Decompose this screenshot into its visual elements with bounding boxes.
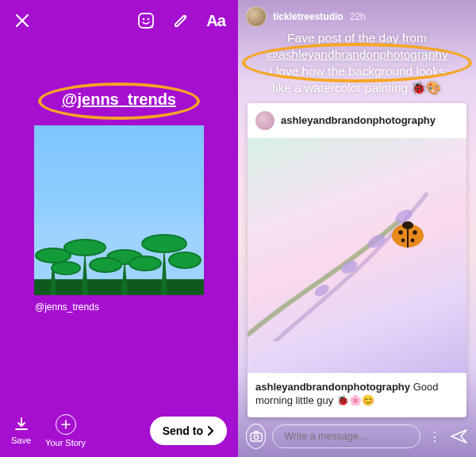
- highlight-ellipse: @jenns_trends: [38, 83, 200, 120]
- editor-tools: Aa: [135, 10, 227, 32]
- svg-point-9: [90, 258, 121, 272]
- svg-point-1: [143, 18, 145, 21]
- download-icon: [13, 417, 29, 432]
- caption-line: I love how the background looks: [251, 63, 463, 80]
- ladybug-icon: [389, 218, 427, 250]
- your-story-button[interactable]: Your Story: [45, 414, 86, 447]
- chevron-right-icon: [206, 426, 214, 436]
- svg-rect-3: [34, 279, 204, 295]
- card-avatar[interactable]: [255, 111, 274, 130]
- editor-bottom-bar: Save Your Story Send to: [0, 414, 238, 447]
- caption-line: like a watercolor painting 🐞🎨: [251, 80, 463, 97]
- svg-point-23: [254, 435, 258, 439]
- shared-post-tile[interactable]: [34, 125, 204, 295]
- svg-point-20: [411, 238, 415, 242]
- card-caption: ashleyandbrandonphotography Good morning…: [248, 373, 466, 417]
- story-header: tickletreestudio 22h: [238, 0, 476, 27]
- svg-point-17: [399, 230, 404, 235]
- message-input[interactable]: [272, 424, 420, 448]
- send-to-button[interactable]: Send to: [150, 417, 227, 445]
- mention-sticker-wrap: @jenns_trends: [0, 83, 238, 120]
- editor-top-bar: Aa: [0, 0, 238, 36]
- card-header: ashleyandbrandonphotography: [248, 103, 466, 138]
- palm-trees-illustration: [34, 224, 204, 295]
- svg-point-11: [169, 252, 201, 268]
- svg-point-2: [148, 18, 150, 21]
- draw-icon[interactable]: [170, 10, 192, 32]
- camera-icon: [250, 431, 263, 442]
- plus-circle-icon: [56, 414, 76, 435]
- svg-rect-0: [139, 13, 153, 28]
- camera-button[interactable]: [246, 424, 266, 449]
- send-icon[interactable]: [451, 425, 468, 447]
- send-to-label: Send to: [163, 424, 203, 437]
- story-editor-screen: Aa @jenns_trends: [0, 0, 238, 457]
- your-story-label: Your Story: [45, 438, 86, 447]
- svg-rect-22: [251, 433, 262, 441]
- sticker-icon[interactable]: [135, 10, 157, 32]
- text-tool[interactable]: Aa: [205, 10, 227, 32]
- story-viewer-screen: tickletreestudio 22h Fave post of the da…: [238, 0, 476, 457]
- svg-point-19: [401, 238, 405, 242]
- shared-post-card[interactable]: ashleyandbrandonphotography: [248, 103, 466, 417]
- story-caption: Fave post of the day from @ashleyandbran…: [238, 27, 476, 97]
- story-username[interactable]: tickletreestudio: [273, 11, 344, 22]
- svg-point-7: [142, 235, 186, 252]
- card-caption-user[interactable]: ashleyandbrandonphotography: [255, 381, 410, 393]
- more-icon[interactable]: ⋮: [427, 425, 444, 447]
- flower-stem: [248, 138, 466, 341]
- story-footer: ⋮: [238, 417, 476, 457]
- svg-point-18: [413, 230, 418, 235]
- svg-point-8: [52, 262, 80, 275]
- close-icon[interactable]: [11, 10, 33, 32]
- tile-source-caption: @jenns_trends: [35, 301, 99, 313]
- svg-point-21: [402, 221, 413, 229]
- card-image: [248, 138, 466, 374]
- save-label: Save: [11, 436, 31, 445]
- svg-point-5: [64, 240, 106, 255]
- story-time: 22h: [350, 11, 366, 22]
- save-button[interactable]: Save: [11, 417, 31, 445]
- svg-point-10: [129, 256, 161, 271]
- mention-sticker[interactable]: @jenns_trends: [62, 90, 176, 108]
- caption-line: Fave post of the day from: [251, 30, 463, 47]
- avatar[interactable]: [246, 6, 267, 27]
- caption-mention[interactable]: @ashleyandbrandonphotography: [251, 47, 463, 63]
- card-username[interactable]: ashleyandbrandonphotography: [281, 114, 436, 126]
